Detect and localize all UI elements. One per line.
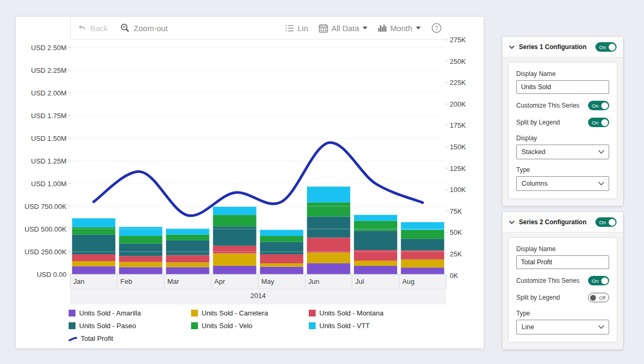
right-axis-tick-label: 50K xyxy=(450,228,462,236)
panel-body: Display Name Customize This Series On Sp… xyxy=(509,238,617,342)
zoom-out-button[interactable]: Zoom-out xyxy=(120,23,167,33)
bar-segment[interactable] xyxy=(354,266,397,275)
toggle-knob xyxy=(601,119,608,126)
legend-label: Units Sold - Montana xyxy=(319,309,383,317)
display-mode-select[interactable]: Stacked xyxy=(516,145,609,159)
bar-segment[interactable] xyxy=(354,221,397,231)
bar-segment[interactable] xyxy=(166,240,210,255)
right-axis-tick-label: 25K xyxy=(450,250,462,258)
bar-segment[interactable] xyxy=(119,227,163,236)
right-axis-tick-label: 0K xyxy=(450,272,458,280)
help-button[interactable]: ? xyxy=(431,23,442,33)
legend-item[interactable]: Units Sold - Carretera xyxy=(191,307,309,319)
bar-segment[interactable] xyxy=(307,237,351,252)
bar-segment[interactable] xyxy=(307,253,351,263)
bar-segment[interactable] xyxy=(260,230,304,236)
bar-segment[interactable] xyxy=(119,267,163,275)
split-by-legend-toggle[interactable]: On xyxy=(588,118,609,127)
bar-segment[interactable] xyxy=(119,236,163,244)
display-mode-label: Display xyxy=(516,135,609,142)
bar-segment[interactable] xyxy=(307,217,351,238)
bar-segment[interactable] xyxy=(72,261,116,266)
legend-item[interactable]: Units Sold - Montana xyxy=(309,307,459,319)
bar-segment[interactable] xyxy=(354,231,397,250)
series1-config-panel: Series 1 Configuration On Display Name C… xyxy=(503,37,623,206)
granularity-dropdown[interactable]: Month xyxy=(378,24,421,33)
bar-segment[interactable] xyxy=(72,218,116,227)
legend-item[interactable]: Units Sold - Amarilla xyxy=(69,307,191,319)
bar-segment[interactable] xyxy=(260,254,304,263)
bar-segment[interactable] xyxy=(213,253,257,266)
bar-segment[interactable] xyxy=(119,262,163,267)
toggle-knob xyxy=(601,277,608,284)
bar-segment[interactable] xyxy=(401,260,444,267)
legend-item[interactable]: Units Sold - Paseo xyxy=(69,320,191,332)
bar-segment[interactable] xyxy=(213,266,257,275)
legend-label: Units Sold - Amarilla xyxy=(79,309,141,317)
bar-segment[interactable] xyxy=(72,266,116,275)
legend-label: Units Sold - Carretera xyxy=(202,309,268,317)
series2-panel-header[interactable]: Series 2 Configuration On xyxy=(503,212,623,233)
month-label: Month xyxy=(390,24,412,33)
bar-segment[interactable] xyxy=(166,262,210,267)
left-axis-tick-label: USD 2.50M xyxy=(31,44,67,52)
bar-segment[interactable] xyxy=(72,235,116,254)
bar-segment[interactable] xyxy=(307,203,351,217)
bar-segment[interactable] xyxy=(260,236,304,242)
bar-segment[interactable] xyxy=(354,215,397,221)
legend-item[interactable]: Units Sold - VTT xyxy=(309,320,459,332)
bar-segment[interactable] xyxy=(119,256,163,262)
bar-segment[interactable] xyxy=(213,246,257,254)
right-axis-tick-label: 175K xyxy=(450,121,466,129)
x-axis-label: Aug xyxy=(402,277,414,285)
x-axis-label: Jan xyxy=(73,277,84,285)
right-axis-tick-label: 150K xyxy=(450,143,466,151)
series1-panel-header[interactable]: Series 1 Configuration On xyxy=(503,37,623,58)
chevron-down-icon xyxy=(598,150,604,154)
bar-segment[interactable] xyxy=(166,228,210,234)
chart-card: Back Zoom-out Li xyxy=(16,17,484,348)
bar-segment[interactable] xyxy=(307,263,351,275)
total-profit-line[interactable] xyxy=(94,142,423,216)
legend-label: Units Sold - VTT xyxy=(319,322,370,330)
bar-segment[interactable] xyxy=(213,215,257,226)
bar-segment[interactable] xyxy=(166,255,210,263)
bar-segment[interactable] xyxy=(119,244,163,256)
bar-segment[interactable] xyxy=(72,254,116,261)
x-axis-label: Mar xyxy=(167,277,179,285)
linear-scale-button[interactable]: Lin xyxy=(285,24,308,33)
left-axis-tick-label: USD 1.00M xyxy=(31,180,67,188)
series2-enabled-toggle[interactable]: On xyxy=(595,217,617,227)
legend-swatch xyxy=(309,322,316,329)
bar-segment[interactable] xyxy=(260,263,304,266)
bar-segment[interactable] xyxy=(401,239,444,251)
bar-segment[interactable] xyxy=(166,235,210,241)
bar-segment[interactable] xyxy=(401,267,444,275)
display-name-input[interactable] xyxy=(516,80,609,94)
bar-segment[interactable] xyxy=(72,227,116,235)
left-axis-tick-label: USD 2.00M xyxy=(31,89,67,97)
display-name-input[interactable] xyxy=(516,255,609,269)
legend-item[interactable]: Total Profit xyxy=(69,332,191,344)
bar-segment[interactable] xyxy=(213,226,257,246)
right-axis-tick-label: 125K xyxy=(450,165,466,173)
bar-segment[interactable] xyxy=(213,207,257,215)
x-axis-label: Jul xyxy=(355,277,364,285)
bar-segment[interactable] xyxy=(260,267,304,275)
customize-series-toggle[interactable]: On xyxy=(588,276,609,285)
bar-segment[interactable] xyxy=(354,261,397,266)
all-data-label: All Data xyxy=(332,24,359,33)
series1-enabled-toggle[interactable]: On xyxy=(595,42,617,52)
all-data-dropdown[interactable]: All Data xyxy=(319,24,368,33)
series-type-select[interactable]: Columns xyxy=(516,176,609,191)
bar-segment[interactable] xyxy=(260,242,304,254)
customize-series-toggle[interactable]: On xyxy=(588,101,609,110)
bar-segment[interactable] xyxy=(166,267,210,275)
back-button[interactable]: Back xyxy=(77,24,108,33)
bar-segment[interactable] xyxy=(307,187,351,203)
bar-segment[interactable] xyxy=(401,230,444,239)
series-type-select[interactable]: Line xyxy=(516,320,609,334)
split-by-legend-toggle[interactable]: Off xyxy=(588,293,609,302)
legend-item[interactable]: Units Sold - Velo xyxy=(191,320,309,332)
chevron-down-icon xyxy=(363,26,367,30)
